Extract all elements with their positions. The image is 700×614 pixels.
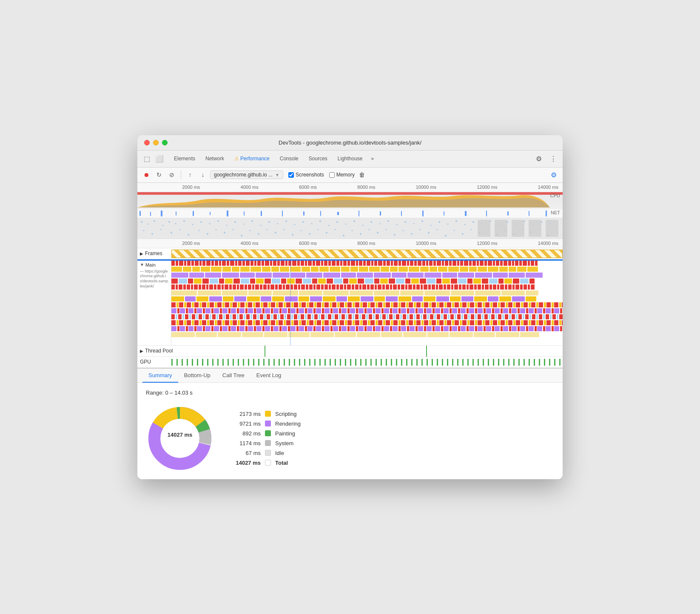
net-chart[interactable]: NET [137,209,563,218]
svg-rect-164 [313,261,315,266]
tab-sources[interactable]: Sources [304,154,332,163]
svg-rect-339 [214,284,216,290]
svg-rect-207 [480,261,484,266]
cpu-chart[interactable]: CPU [137,192,563,209]
svg-rect-348 [248,284,251,290]
tab-console[interactable]: Console [276,154,303,163]
svg-rect-278 [493,273,508,278]
reload-button[interactable]: ↻ [154,169,165,180]
svg-point-96 [326,232,327,233]
gpu-track[interactable]: GPU [137,357,563,368]
more-options-icon[interactable]: ⋮ [547,153,559,165]
main-track[interactable]: ▼ Main — https://googlechrome.github.io/… [137,261,563,346]
svg-rect-271 [374,273,391,278]
svg-rect-270 [357,273,373,278]
clear-button[interactable]: ⊘ [166,169,177,180]
tab-performance[interactable]: ⚠Performance [230,154,274,163]
screenshots-checkbox-group: Screenshots [288,172,324,178]
painting-value: 892 ms [231,430,261,437]
garbage-collect-icon[interactable]: 🗑 [356,169,367,180]
frames-bar [171,250,563,258]
svg-rect-128 [171,261,175,266]
svg-point-61 [438,221,440,223]
traffic-lights [144,140,168,145]
svg-point-81 [199,230,200,231]
svg-point-64 [464,224,466,225]
svg-rect-416 [508,284,512,290]
screenshots-label: Screenshots [296,172,324,178]
tab-network[interactable]: Network [201,154,228,163]
svg-rect-390 [408,284,412,290]
tab-event-log[interactable]: Event Log [250,369,287,383]
tab-bottom-up[interactable]: Bottom-Up [178,369,216,383]
svg-point-54 [379,223,381,224]
thread-pool-track[interactable]: ▶ Thread Pool [137,346,563,357]
svg-rect-255 [499,267,508,272]
pointer-icon[interactable]: ⬚ [141,153,153,165]
svg-rect-335 [199,284,201,290]
url-display[interactable]: googlechrome.github.io ... ▼ [210,171,283,179]
window-title: DevTools - googlechrome.github.io/devtoo… [279,139,421,146]
flame-chart-svg [171,261,563,345]
svg-rect-435 [475,290,501,296]
svg-rect-8 [244,211,245,216]
svg-rect-202 [460,261,463,266]
svg-rect-237 [319,267,329,272]
svg-rect-295 [281,279,286,284]
tab-summary[interactable]: Summary [142,369,178,383]
svg-point-36 [226,225,228,226]
svg-rect-178 [367,261,370,266]
svg-rect-200 [452,261,456,266]
maximize-button[interactable] [162,140,168,145]
svg-rect-293 [265,279,271,284]
legend-system: 1174 ms System [231,440,301,446]
minimize-button[interactable] [153,140,159,145]
memory-checkbox[interactable] [329,172,335,178]
svg-rect-209 [488,261,492,266]
svg-point-98 [343,235,344,236]
svg-rect-363 [306,284,308,290]
svg-rect-328 [171,284,175,290]
perf-settings-icon[interactable]: ⚙ [548,169,559,180]
svg-rect-297 [296,279,302,284]
more-tabs-button[interactable]: » [369,154,377,163]
upload-button[interactable]: ↑ [185,169,196,180]
svg-rect-150 [257,261,261,266]
frames-track[interactable]: ▶ Frames [137,248,563,259]
settings-icon[interactable]: ⚙ [533,153,545,165]
svg-rect-249 [438,267,447,272]
svg-rect-275 [442,273,457,278]
svg-rect-147 [246,261,250,266]
screenshots-checkbox[interactable] [288,172,294,178]
tab-call-tree[interactable]: Call Tree [216,369,250,383]
svg-rect-301 [327,279,333,284]
svg-rect-431 [374,290,399,296]
svg-rect-171 [340,261,342,266]
svg-point-95 [318,229,319,230]
svg-rect-144 [235,261,237,266]
record-button[interactable]: ⏺ [141,169,152,180]
svg-rect-389 [405,284,407,290]
svg-rect-399 [444,284,446,290]
svg-point-40 [260,225,262,226]
device-toggle-icon[interactable]: ⬜ [154,153,165,165]
svg-rect-485 [310,332,334,337]
thread-pool-triangle: ▶ [140,349,143,353]
svg-rect-450 [323,296,336,301]
range-display: Range: 0 – 14.03 s [146,389,554,396]
frames-track-header: ▶ Frames [137,248,165,259]
svg-point-80 [188,234,189,236]
download-button[interactable]: ↓ [197,169,208,180]
svg-rect-459 [436,296,449,301]
svg-rect-456 [398,296,411,301]
svg-rect-20 [486,210,487,216]
tab-elements[interactable]: Elements [170,154,199,163]
svg-rect-180 [374,261,377,266]
svg-rect-256 [509,267,516,272]
svg-rect-129 [176,261,178,266]
svg-rect-151 [262,261,264,266]
close-button[interactable] [144,140,150,145]
svg-rect-257 [517,267,526,272]
tab-lighthouse[interactable]: Lighthouse [333,154,367,163]
svg-rect-308 [380,279,388,284]
